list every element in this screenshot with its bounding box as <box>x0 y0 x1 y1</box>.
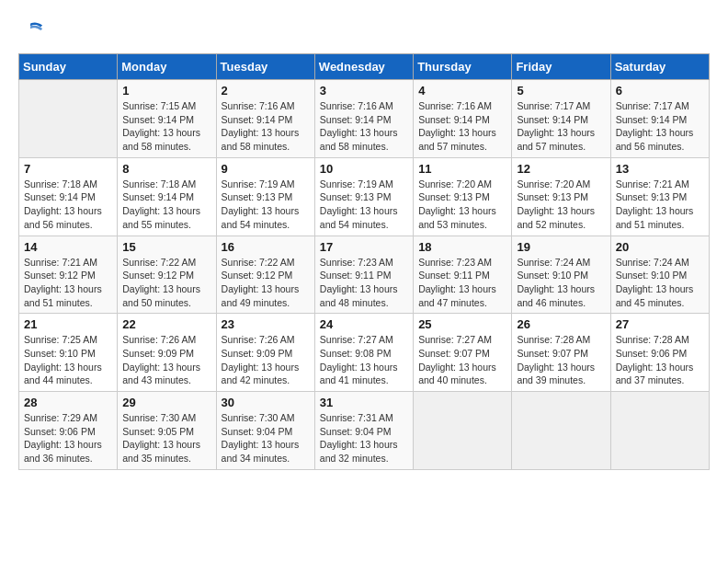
cell-info: Sunrise: 7:23 AMSunset: 9:11 PMDaylight:… <box>418 256 506 310</box>
calendar-cell: 2Sunrise: 7:16 AMSunset: 9:14 PMDaylight… <box>216 80 314 158</box>
header-row: SundayMondayTuesdayWednesdayThursdayFrid… <box>19 54 710 80</box>
cell-info: Sunrise: 7:18 AMSunset: 9:14 PMDaylight:… <box>122 178 210 232</box>
calendar-cell: 12Sunrise: 7:20 AMSunset: 9:13 PMDayligh… <box>512 157 610 236</box>
day-number: 10 <box>320 162 408 176</box>
day-number: 30 <box>222 396 310 409</box>
calendar-cell: 30Sunrise: 7:30 AMSunset: 9:04 PMDayligh… <box>216 392 314 470</box>
day-number: 21 <box>24 317 112 331</box>
day-number: 2 <box>222 84 310 98</box>
day-number: 22 <box>122 317 210 331</box>
calendar-cell: 27Sunrise: 7:28 AMSunset: 9:06 PMDayligh… <box>610 314 709 392</box>
calendar-cell <box>512 392 610 470</box>
calendar-cell: 15Sunrise: 7:22 AMSunset: 9:12 PMDayligh… <box>118 236 216 314</box>
cell-info: Sunrise: 7:19 AMSunset: 9:13 PMDaylight:… <box>320 178 408 232</box>
header-cell-saturday: Saturday <box>610 54 709 80</box>
cell-info: Sunrise: 7:28 AMSunset: 9:07 PMDaylight:… <box>517 333 605 387</box>
header-cell-thursday: Thursday <box>414 54 512 80</box>
cell-info: Sunrise: 7:16 AMSunset: 9:14 PMDaylight:… <box>222 99 310 154</box>
calendar-cell: 1Sunrise: 7:15 AMSunset: 9:14 PMDaylight… <box>118 80 216 158</box>
calendar-cell: 24Sunrise: 7:27 AMSunset: 9:08 PMDayligh… <box>314 314 413 392</box>
header-cell-friday: Friday <box>512 54 610 80</box>
calendar-cell: 9Sunrise: 7:19 AMSunset: 9:13 PMDaylight… <box>216 157 314 236</box>
cell-info: Sunrise: 7:19 AMSunset: 9:13 PMDaylight:… <box>222 178 310 232</box>
cell-info: Sunrise: 7:24 AMSunset: 9:10 PMDaylight:… <box>517 256 605 310</box>
day-number: 3 <box>320 84 408 98</box>
day-number: 8 <box>122 162 210 176</box>
day-number: 23 <box>222 317 310 331</box>
cell-info: Sunrise: 7:31 AMSunset: 9:04 PMDaylight:… <box>320 411 408 465</box>
cell-info: Sunrise: 7:21 AMSunset: 9:12 PMDaylight:… <box>24 256 112 310</box>
cell-info: Sunrise: 7:21 AMSunset: 9:13 PMDaylight:… <box>616 178 704 232</box>
day-number: 13 <box>616 162 704 176</box>
week-row-2: 7Sunrise: 7:18 AMSunset: 9:14 PMDaylight… <box>19 157 710 236</box>
header <box>18 18 710 44</box>
cell-info: Sunrise: 7:15 AMSunset: 9:14 PMDaylight:… <box>122 99 210 154</box>
cell-info: Sunrise: 7:18 AMSunset: 9:14 PMDaylight:… <box>24 178 112 232</box>
calendar-cell: 26Sunrise: 7:28 AMSunset: 9:07 PMDayligh… <box>512 314 610 392</box>
logo <box>18 18 48 44</box>
calendar-cell: 13Sunrise: 7:21 AMSunset: 9:13 PMDayligh… <box>610 157 709 236</box>
calendar-cell: 22Sunrise: 7:26 AMSunset: 9:09 PMDayligh… <box>118 314 216 392</box>
day-number: 16 <box>222 240 310 254</box>
calendar-cell: 3Sunrise: 7:16 AMSunset: 9:14 PMDaylight… <box>314 80 413 158</box>
cell-info: Sunrise: 7:30 AMSunset: 9:05 PMDaylight:… <box>122 411 210 465</box>
cell-info: Sunrise: 7:24 AMSunset: 9:10 PMDaylight:… <box>616 256 704 310</box>
day-number: 26 <box>517 317 605 331</box>
day-number: 19 <box>517 240 605 254</box>
calendar-cell: 20Sunrise: 7:24 AMSunset: 9:10 PMDayligh… <box>610 236 709 314</box>
calendar-cell: 21Sunrise: 7:25 AMSunset: 9:10 PMDayligh… <box>19 314 118 392</box>
cell-info: Sunrise: 7:20 AMSunset: 9:13 PMDaylight:… <box>517 178 605 232</box>
day-number: 7 <box>24 162 112 176</box>
header-cell-wednesday: Wednesday <box>314 54 413 80</box>
cell-info: Sunrise: 7:27 AMSunset: 9:07 PMDaylight:… <box>418 333 506 387</box>
cell-info: Sunrise: 7:27 AMSunset: 9:08 PMDaylight:… <box>320 333 408 387</box>
calendar-cell: 6Sunrise: 7:17 AMSunset: 9:14 PMDaylight… <box>610 80 709 158</box>
cell-info: Sunrise: 7:26 AMSunset: 9:09 PMDaylight:… <box>222 333 310 387</box>
day-number: 4 <box>418 84 506 98</box>
day-number: 17 <box>320 240 408 254</box>
calendar-cell: 7Sunrise: 7:18 AMSunset: 9:14 PMDaylight… <box>19 157 118 236</box>
calendar-cell: 11Sunrise: 7:20 AMSunset: 9:13 PMDayligh… <box>414 157 512 236</box>
calendar-cell: 4Sunrise: 7:16 AMSunset: 9:14 PMDaylight… <box>414 80 512 158</box>
day-number: 5 <box>517 84 605 98</box>
cell-info: Sunrise: 7:17 AMSunset: 9:14 PMDaylight:… <box>616 99 704 154</box>
calendar-cell: 25Sunrise: 7:27 AMSunset: 9:07 PMDayligh… <box>414 314 512 392</box>
calendar-cell <box>414 392 512 470</box>
cell-info: Sunrise: 7:23 AMSunset: 9:11 PMDaylight:… <box>320 256 408 310</box>
cell-info: Sunrise: 7:26 AMSunset: 9:09 PMDaylight:… <box>122 333 210 387</box>
day-number: 11 <box>418 162 506 176</box>
calendar-cell: 16Sunrise: 7:22 AMSunset: 9:12 PMDayligh… <box>216 236 314 314</box>
cell-info: Sunrise: 7:20 AMSunset: 9:13 PMDaylight:… <box>418 178 506 232</box>
calendar-cell: 28Sunrise: 7:29 AMSunset: 9:06 PMDayligh… <box>19 392 118 470</box>
cell-info: Sunrise: 7:29 AMSunset: 9:06 PMDaylight:… <box>24 411 112 465</box>
cell-info: Sunrise: 7:25 AMSunset: 9:10 PMDaylight:… <box>24 333 112 387</box>
day-number: 28 <box>24 396 112 409</box>
calendar-cell <box>610 392 709 470</box>
cell-info: Sunrise: 7:16 AMSunset: 9:14 PMDaylight:… <box>418 99 506 154</box>
cell-info: Sunrise: 7:16 AMSunset: 9:14 PMDaylight:… <box>320 99 408 154</box>
day-number: 15 <box>122 240 210 254</box>
cell-info: Sunrise: 7:28 AMSunset: 9:06 PMDaylight:… <box>616 333 704 387</box>
day-number: 1 <box>122 84 210 98</box>
day-number: 18 <box>418 240 506 254</box>
week-row-4: 21Sunrise: 7:25 AMSunset: 9:10 PMDayligh… <box>19 314 710 392</box>
calendar-cell: 17Sunrise: 7:23 AMSunset: 9:11 PMDayligh… <box>314 236 413 314</box>
day-number: 29 <box>122 396 210 409</box>
day-number: 9 <box>222 162 310 176</box>
week-row-1: 1Sunrise: 7:15 AMSunset: 9:14 PMDaylight… <box>19 80 710 158</box>
cell-info: Sunrise: 7:22 AMSunset: 9:12 PMDaylight:… <box>222 256 310 310</box>
header-cell-sunday: Sunday <box>19 54 118 80</box>
calendar-cell: 8Sunrise: 7:18 AMSunset: 9:14 PMDaylight… <box>118 157 216 236</box>
calendar-body: 1Sunrise: 7:15 AMSunset: 9:14 PMDaylight… <box>19 80 710 470</box>
calendar-cell: 31Sunrise: 7:31 AMSunset: 9:04 PMDayligh… <box>314 392 413 470</box>
week-row-3: 14Sunrise: 7:21 AMSunset: 9:12 PMDayligh… <box>19 236 710 314</box>
day-number: 20 <box>616 240 704 254</box>
cell-info: Sunrise: 7:22 AMSunset: 9:12 PMDaylight:… <box>122 256 210 310</box>
day-number: 31 <box>320 396 408 409</box>
header-cell-monday: Monday <box>118 54 216 80</box>
day-number: 27 <box>616 317 704 331</box>
cell-info: Sunrise: 7:17 AMSunset: 9:14 PMDaylight:… <box>517 99 605 154</box>
calendar-cell: 23Sunrise: 7:26 AMSunset: 9:09 PMDayligh… <box>216 314 314 392</box>
calendar-cell <box>19 80 118 158</box>
calendar-cell: 19Sunrise: 7:24 AMSunset: 9:10 PMDayligh… <box>512 236 610 314</box>
